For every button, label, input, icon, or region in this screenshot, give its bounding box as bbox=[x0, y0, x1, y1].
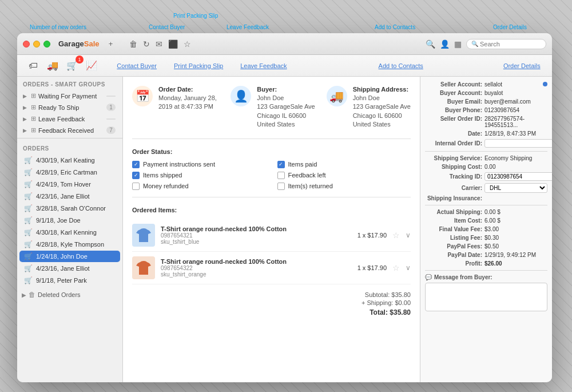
sidebar-item-ready-to-ship[interactable]: ▶ ⊞ Ready To Ship 1 bbox=[19, 102, 120, 113]
share-icon[interactable]: ⬛ bbox=[168, 39, 178, 49]
leave-feedback-button[interactable]: Leave Feedback bbox=[240, 62, 287, 69]
sidebar-item-waiting-for-payment[interactable]: ▶ ⊞ Waiting For Payment bbox=[19, 90, 120, 101]
paypal-fees-label: PayPal Fees: bbox=[425, 243, 482, 250]
order-item-6[interactable]: 🛒 4/30/18, Karl Kenning bbox=[19, 227, 120, 238]
search-box[interactable]: 🔍 bbox=[466, 39, 546, 49]
order-item-2[interactable]: 🛒 4/24/19, Tom Hover bbox=[19, 179, 120, 190]
order-item-1[interactable]: 🛒 4/28/19, Eric Cartman bbox=[19, 167, 120, 178]
star-icon[interactable]: ☆ bbox=[184, 39, 191, 49]
carrier-select[interactable]: DHL UPS FedEx USPS bbox=[484, 183, 547, 193]
order-item-0[interactable]: 🛒 4/30/19, Karl Keating bbox=[19, 155, 120, 166]
search-input[interactable] bbox=[480, 41, 541, 47]
checkbox-feedback-left[interactable] bbox=[277, 172, 285, 179]
minimize-button[interactable] bbox=[33, 41, 40, 47]
subtotal-value: $35.80 bbox=[391, 291, 411, 298]
product-expand-1[interactable]: ∨ bbox=[406, 264, 411, 272]
order-status-grid: ✓ Payment instructions sent ✓ Items paid… bbox=[132, 161, 411, 197]
product-expand-0[interactable]: ∨ bbox=[406, 231, 411, 239]
close-button[interactable] bbox=[23, 41, 30, 47]
order-item-7[interactable]: 🛒 4/28/18, Kyle Thompson bbox=[19, 239, 120, 250]
buyer-name: John Doe bbox=[257, 94, 315, 102]
item-cost-label: Item Cost: bbox=[425, 217, 482, 224]
checkbox-items-shipped[interactable]: ✓ bbox=[132, 172, 140, 179]
order-text-1: 4/28/19, Eric Cartman bbox=[36, 169, 97, 176]
deleted-orders-item[interactable]: ▶ 🗑 Deleted Orders bbox=[17, 288, 122, 301]
grid-icon-ready: ⊞ bbox=[31, 104, 36, 111]
order-item-3[interactable]: 🛒 4/23/16, Jane Elliot bbox=[19, 191, 120, 202]
buyer-account-row: Buyer Account: buyalot bbox=[425, 90, 547, 96]
person-icon[interactable]: 👤 bbox=[440, 39, 450, 49]
right-divider-1 bbox=[425, 151, 547, 152]
product-name-0: T-Shirt orange round-necked 100% Cotton bbox=[161, 225, 352, 232]
layout-icon[interactable]: ▦ bbox=[454, 39, 462, 49]
tracking-id-row: Tracking ID: bbox=[425, 172, 547, 181]
shipping-name: John Doe bbox=[353, 94, 411, 102]
truck-icon[interactable]: 🚚 bbox=[43, 58, 62, 74]
product-details-0: T-Shirt orange round-necked 100% Cotton … bbox=[161, 225, 352, 245]
buyer-email-value: buyer@email.com bbox=[484, 98, 547, 105]
ordered-items-title: Ordered Items: bbox=[132, 207, 411, 213]
new-tab-button[interactable]: + bbox=[106, 39, 116, 49]
order-item-5[interactable]: 🛒 9/1/18, Joe Doe bbox=[19, 215, 120, 226]
sidebar-item-feedback-received[interactable]: ▶ ⊞ Feedback Received 7 bbox=[19, 125, 120, 136]
order-details-button[interactable]: Order Details bbox=[503, 62, 541, 69]
cart-icon-8: 🛒 bbox=[24, 252, 33, 260]
sidebar-count-waiting bbox=[106, 96, 116, 97]
shipping-cost-label: + Shipping: bbox=[362, 299, 393, 306]
checkbox-items-paid[interactable]: ✓ bbox=[277, 161, 285, 168]
order-text-9: 4/23/16, Jane Elliot bbox=[36, 265, 90, 272]
message-icon[interactable]: ✉ bbox=[156, 39, 162, 49]
sidebar-label-feedback-received: Feedback Received bbox=[38, 127, 104, 134]
product-details-1: T-Shirt orange round-necked 100% Cotton … bbox=[161, 258, 352, 278]
toolbar-actions: Contact Buyer Print Packing Slip Leave F… bbox=[112, 62, 545, 69]
chart-icon[interactable]: 📈 bbox=[82, 58, 101, 74]
order-item-10[interactable]: 🛒 9/1/18, Peter Park bbox=[19, 275, 120, 286]
order-date-label: Order Date: bbox=[158, 86, 219, 93]
contact-buyer-button[interactable]: Contact Buyer bbox=[117, 62, 157, 69]
order-item-9[interactable]: 🛒 4/23/16, Jane Elliot bbox=[19, 263, 120, 274]
app-window: GarageSale + 🗑 ↻ ✉ ⬛ ☆ 🔍 👤 ▦ 🔍 bbox=[17, 33, 552, 382]
online-indicator bbox=[543, 82, 547, 86]
titlebar-right: 🔍 👤 ▦ 🔍 bbox=[426, 39, 546, 49]
tracking-id-input[interactable] bbox=[484, 172, 552, 181]
fullscreen-button[interactable] bbox=[43, 41, 50, 47]
order-item-4[interactable]: 🛒 3/28/18, Sarah O'Connor bbox=[19, 203, 120, 214]
message-textarea[interactable] bbox=[425, 283, 547, 311]
checkbox-payment-instructions[interactable]: ✓ bbox=[132, 161, 140, 168]
print-packing-slip-button[interactable]: Print Packing Slip bbox=[174, 62, 223, 69]
cart-icon-10: 🛒 bbox=[24, 276, 33, 284]
shipping-cost-value: 0.00 bbox=[484, 164, 547, 170]
order-item-8[interactable]: 🛒 1/24/18, John Doe bbox=[19, 251, 120, 262]
product-star-1[interactable]: ☆ bbox=[392, 263, 400, 272]
sidebar-item-leave-feedback[interactable]: ▶ ⊞ Leave Feedback bbox=[19, 113, 120, 124]
search-glass-icon[interactable]: 🔍 bbox=[426, 39, 435, 49]
shipping-insurance-row: Shipping Insurance: bbox=[425, 195, 547, 201]
paypal-date-label: PayPal Date: bbox=[425, 252, 482, 258]
cart-icon-9: 🛒 bbox=[24, 264, 33, 272]
order-totals: Subtotal: $35.80 + Shipping: $0.00 Total… bbox=[132, 284, 411, 316]
profit-row: Profit: $26.00 bbox=[425, 260, 547, 267]
add-to-contacts-button[interactable]: Add to Contacts bbox=[379, 62, 423, 69]
profit-label: Profit: bbox=[425, 260, 482, 267]
item-cost-value: 6.00 $ bbox=[484, 217, 547, 224]
carrier-label: Carrier: bbox=[425, 185, 482, 191]
expand-icon-ready: ▶ bbox=[23, 105, 29, 110]
status-payment-instructions: ✓ Payment instructions sent bbox=[132, 161, 266, 168]
internal-order-id-input[interactable] bbox=[484, 139, 552, 148]
shipping-cost-label: Shipping Cost: bbox=[425, 164, 482, 170]
shipping-truck-icon: 🚚 bbox=[327, 86, 347, 106]
product-sku-1: sku_tshirt_orange bbox=[161, 271, 352, 278]
delete-icon[interactable]: 🗑 bbox=[129, 39, 137, 49]
buyer-account-label: Buyer Account: bbox=[425, 90, 482, 96]
cart-icon[interactable]: 🛒1 bbox=[63, 58, 81, 74]
trash-icon: 🗑 bbox=[29, 291, 35, 299]
checkbox-money-refunded[interactable] bbox=[132, 183, 140, 190]
buyer-email-label: Buyer Email: bbox=[425, 98, 482, 105]
status-money-refunded: Money refunded bbox=[132, 183, 266, 190]
tag-icon[interactable]: 🏷 bbox=[24, 58, 42, 74]
checkbox-items-returned[interactable] bbox=[277, 183, 285, 190]
order-buyer-block: 👤 Buyer: John Doe 123 GarageSale Ave Chi… bbox=[231, 86, 315, 129]
product-star-0[interactable]: ☆ bbox=[392, 231, 400, 240]
status-label-payment-instructions: Payment instructions sent bbox=[143, 161, 215, 168]
refresh-icon[interactable]: ↻ bbox=[143, 39, 150, 49]
